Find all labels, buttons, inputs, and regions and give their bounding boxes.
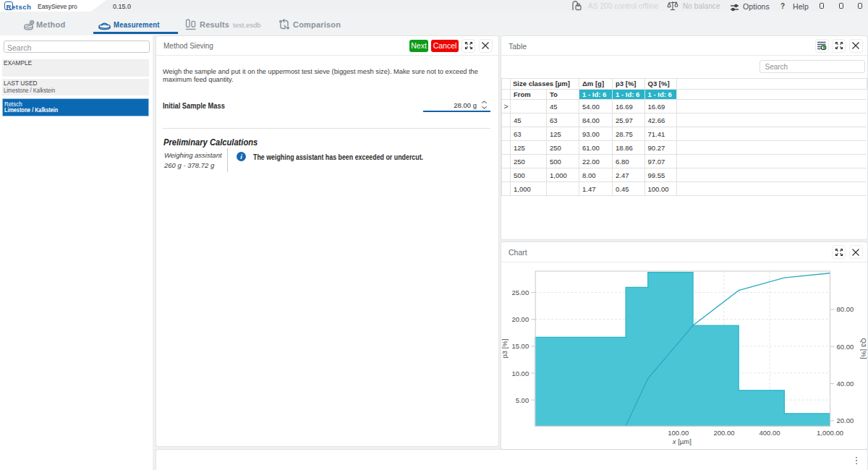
svg-text:p3 [%]: p3 [%]: [501, 339, 509, 359]
svg-text:20.00: 20.00: [511, 315, 529, 323]
svg-text:15.00: 15.00: [511, 342, 529, 350]
svg-text:80.00: 80.00: [836, 305, 854, 313]
svg-text:60.00: 60.00: [836, 343, 854, 351]
svg-text:Q3 [%]: Q3 [%]: [859, 338, 867, 359]
svg-text:400.00: 400.00: [759, 429, 780, 437]
svg-text:20.00: 20.00: [836, 416, 854, 424]
svg-text:10.00: 10.00: [511, 369, 529, 377]
svg-text:40.00: 40.00: [836, 380, 854, 388]
svg-text:100.00: 100.00: [668, 429, 689, 437]
svg-text:25.00: 25.00: [511, 289, 529, 296]
svg-text:x [µm]: x [µm]: [671, 437, 691, 445]
svg-text:200.00: 200.00: [713, 429, 734, 437]
svg-text:1,000.00: 1,000.00: [817, 429, 843, 437]
svg-text:5.00: 5.00: [515, 396, 529, 404]
